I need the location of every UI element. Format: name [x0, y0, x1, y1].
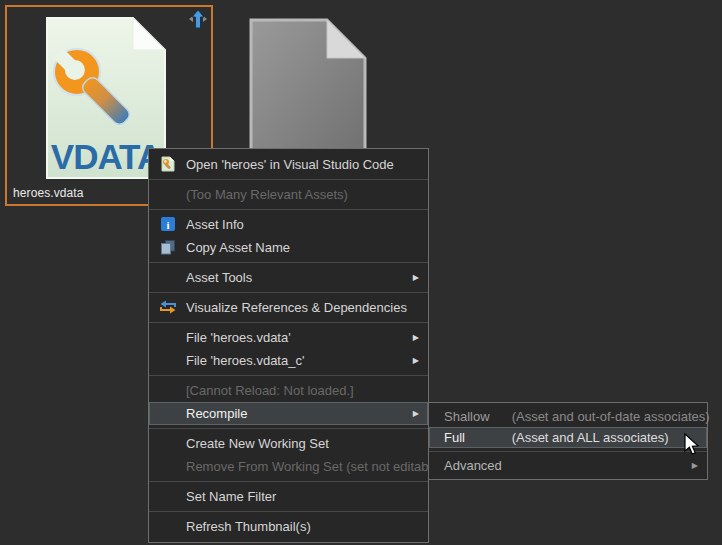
menu-item-label: Copy Asset Name [186, 240, 290, 255]
submenu-item-label: Full [444, 427, 508, 448]
menu-item-cannot-reload: [Cannot Reload: Not loaded.] [149, 379, 428, 402]
submenu-arrow-icon: ▶ [413, 266, 419, 289]
context-menu: Open 'heroes' in Visual Studio Code (Too… [148, 148, 429, 543]
menu-separator [149, 209, 428, 210]
menu-item-asset-tools[interactable]: Asset Tools ▶ [149, 266, 428, 289]
svg-text:i: i [166, 219, 169, 231]
menu-item-file-heroes-vdata-c[interactable]: File 'heroes.vdata_c' ▶ [149, 349, 428, 372]
menu-separator [149, 262, 428, 263]
menu-item-label: Set Name Filter [186, 489, 276, 504]
submenu-arrow-icon: ▶ [413, 402, 419, 425]
menu-item-too-many-relevant-assets: (Too Many Relevant Assets) [149, 183, 428, 206]
submenu-item-label: Shallow [444, 406, 508, 427]
vdata-mini-icon [160, 156, 176, 172]
asset-label: heroes.vdata [13, 186, 84, 200]
menu-item-copy-asset-name[interactable]: Copy Asset Name [149, 236, 428, 259]
menu-item-label: Visualize References & Dependencies [186, 300, 407, 315]
menu-item-refresh-thumbnails[interactable]: Refresh Thumbnail(s) [149, 515, 428, 538]
menu-separator [149, 375, 428, 376]
menu-item-label: Open 'heroes' in Visual Studio Code [186, 157, 394, 172]
submenu-item-full[interactable]: Full (Asset and ALL associates) [429, 427, 707, 448]
references-arrows-icon [160, 299, 176, 315]
submenu-arrow-icon: ▶ [413, 326, 419, 349]
menu-item-label: Remove From Working Set (set not editabl… [186, 459, 443, 474]
menu-item-label: Recompile [186, 406, 247, 421]
submenu-item-description: (Asset and ALL associates) [512, 430, 669, 445]
submenu-separator [429, 451, 707, 452]
menu-separator [149, 428, 428, 429]
submenu-arrow-icon: ▶ [413, 349, 419, 372]
menu-item-label: [Cannot Reload: Not loaded.] [186, 383, 354, 398]
compile-status-arrows-icon [188, 9, 208, 31]
generic-file-icon [243, 15, 373, 167]
menu-item-label: File 'heroes.vdata_c' [186, 353, 304, 368]
menu-item-label: Refresh Thumbnail(s) [186, 519, 311, 534]
asset-browser: VDATA heroes.vdata [0, 0, 722, 545]
menu-item-set-name-filter[interactable]: Set Name Filter [149, 485, 428, 508]
submenu-item-label: Advanced [444, 455, 502, 476]
menu-separator [149, 511, 428, 512]
mouse-cursor [684, 433, 700, 457]
submenu-item-shallow[interactable]: Shallow (Asset and out-of-date associate… [429, 406, 707, 427]
asset-tile-generic[interactable] [243, 15, 373, 167]
menu-separator [149, 481, 428, 482]
menu-separator [149, 292, 428, 293]
submenu-item-advanced[interactable]: Advanced ▶ [429, 455, 707, 476]
info-icon: i [160, 216, 176, 232]
submenu-item-description: (Asset and out-of-date associates) [512, 409, 710, 424]
submenu-arrow-icon: ▶ [692, 455, 698, 476]
recompile-submenu: Shallow (Asset and out-of-date associate… [428, 402, 708, 480]
menu-item-recompile[interactable]: Recompile ▶ [149, 402, 428, 425]
menu-item-open-in-vscode[interactable]: Open 'heroes' in Visual Studio Code [149, 153, 428, 176]
menu-separator [149, 322, 428, 323]
menu-item-remove-from-working-set: Remove From Working Set (set not editabl… [149, 455, 428, 478]
menu-item-label: Asset Info [186, 217, 244, 232]
menu-item-create-new-working-set[interactable]: Create New Working Set [149, 432, 428, 455]
menu-item-asset-info[interactable]: i Asset Info [149, 213, 428, 236]
copy-icon [160, 239, 176, 255]
menu-item-label: File 'heroes.vdata' [186, 330, 291, 345]
vdata-icon-text: VDATA [51, 137, 162, 176]
menu-separator [149, 179, 428, 180]
menu-item-label: (Too Many Relevant Assets) [186, 187, 348, 202]
menu-item-file-heroes-vdata[interactable]: File 'heroes.vdata' ▶ [149, 326, 428, 349]
menu-item-label: Create New Working Set [186, 436, 329, 451]
menu-item-label: Asset Tools [186, 270, 252, 285]
menu-item-visualize-references[interactable]: Visualize References & Dependencies [149, 296, 428, 319]
